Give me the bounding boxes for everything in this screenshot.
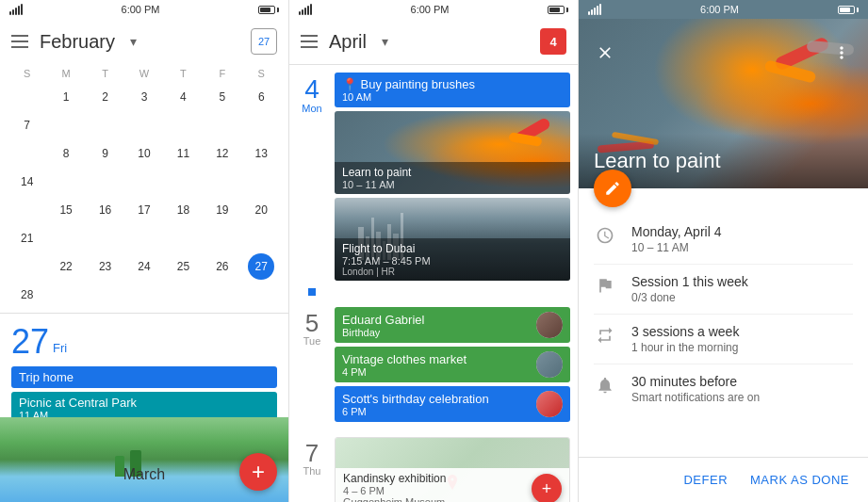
detail-row-session: Session 1 this week 0/3 done <box>594 265 853 315</box>
cal-cell[interactable]: 1 <box>53 84 79 110</box>
cal-cell[interactable]: 4 <box>170 84 196 110</box>
cal-cell[interactable] <box>14 253 41 280</box>
kandinsky-fab[interactable]: + <box>532 474 562 502</box>
more-options-button[interactable] <box>827 38 857 68</box>
event-title: Trip home <box>19 370 270 384</box>
event-picnic[interactable]: Picnic at Central Park 11 AM <box>11 392 277 417</box>
event-eduard[interactable]: Eduard Gabriel Birthday <box>335 307 570 343</box>
cal-cell[interactable]: 17 <box>131 197 157 223</box>
hamburger-menu-2[interactable] <box>301 35 318 48</box>
overlay-time: 4 – 6 PM <box>343 485 562 496</box>
cal-cell[interactable]: 12 <box>209 140 236 167</box>
cal-cell[interactable]: 22 <box>53 253 79 280</box>
cal-cell[interactable]: 13 <box>248 140 274 167</box>
signal-icon <box>9 4 23 15</box>
session-label: Session 1 this week <box>631 274 853 289</box>
cal-cell[interactable]: 18 <box>170 197 196 223</box>
april-badge[interactable]: 4 <box>540 28 566 55</box>
cal-cell[interactable]: 5 <box>209 84 236 110</box>
event-overlay: Learn to paint 10 – 11 AM <box>335 162 570 194</box>
overlay-time: 10 – 11 AM <box>342 179 563 190</box>
status-bar-1: 6:00 PM <box>0 0 288 19</box>
detail-row-repeat: 3 sessions a week 1 hour in the morning <box>594 315 853 364</box>
battery-icon-2 <box>548 6 568 14</box>
defer-button[interactable]: DEFER <box>680 465 731 494</box>
col-sun: S <box>8 64 46 83</box>
day-number: 5 <box>289 311 335 335</box>
event-time: 4 PM <box>342 366 536 378</box>
event-date: Monday, April 4 <box>631 224 853 239</box>
april-dropdown-arrow[interactable]: ▾ <box>382 34 388 49</box>
cal-cell[interactable]: 15 <box>53 197 79 223</box>
cal-cell[interactable] <box>14 84 41 110</box>
repeat-content: 3 sessions a week 1 hour in the morning <box>631 324 853 354</box>
event-title: Eduard Gabriel <box>342 313 536 327</box>
schedule-list: 4 Mon 📍 Buy painting brushes 10 AM <box>289 65 578 502</box>
hamburger-menu[interactable] <box>11 35 28 48</box>
avatar-image <box>536 312 563 338</box>
cal-week-3: 15 16 17 18 19 20 21 <box>8 196 281 252</box>
cal-cell[interactable]: 7 <box>14 112 41 138</box>
status-bar-2: 6:00 PM <box>289 0 578 19</box>
dubai-overlay: Flight to Dubai 7:15 AM – 8:45 PM London… <box>335 238 570 281</box>
close-button[interactable] <box>590 38 620 68</box>
event-title: Vintage clothes market <box>342 352 536 366</box>
clock-icon <box>594 224 616 247</box>
day-header: 27 Fri <box>11 325 277 359</box>
cal-cell[interactable]: 24 <box>131 253 157 280</box>
feb-header-left: February ▾ <box>11 31 137 53</box>
cal-cell[interactable]: 6 <box>248 84 274 110</box>
detail-row-notification: 30 minutes before Smart notifications ar… <box>594 364 853 413</box>
notification-label: 30 minutes before <box>631 374 853 389</box>
cal-cell[interactable] <box>14 197 41 223</box>
cal-cell[interactable]: 21 <box>14 225 41 251</box>
avatar-image <box>536 351 563 378</box>
event-kandinsky-2[interactable]: Kandinsky exhibition 4 – 6 PM Guggenheim… <box>335 437 570 502</box>
cal-cell[interactable]: 10 <box>131 140 157 167</box>
event-buy-brushes[interactable]: 📍 Buy painting brushes 10 AM <box>335 73 570 107</box>
overlay-sub: London | HR <box>342 267 563 277</box>
cal-cell[interactable]: 2 <box>92 84 119 110</box>
day-7-events: Kandinsky exhibition 4 – 6 PM Guggenheim… <box>335 437 578 502</box>
feb-fab[interactable]: + <box>239 453 277 491</box>
cal-today[interactable]: 27 <box>248 253 274 280</box>
event-time: 10 – 11 AM <box>631 241 853 254</box>
cal-cell[interactable]: 11 <box>170 140 196 167</box>
cal-cell[interactable]: 28 <box>14 282 41 308</box>
event-vintage[interactable]: Vintage clothes market 4 PM <box>335 347 570 382</box>
avatar-scott <box>536 391 563 417</box>
cal-weekday-header: S M T W T F S <box>8 64 281 83</box>
cal-cell[interactable]: 20 <box>248 197 274 223</box>
event-trip-home[interactable]: Trip home <box>11 366 277 388</box>
cal-cell[interactable] <box>14 140 41 167</box>
schedule-day-7: 7 Thu Kandinsky exhibition 4 – 6 PM Gugg… <box>289 429 578 502</box>
detail-footer: DEFER MARK AS DONE <box>579 457 868 502</box>
cal-cell[interactable]: 16 <box>92 197 119 223</box>
event-scott[interactable]: Scott's birthday celebration 6 PM <box>335 386 570 422</box>
feb-calendar-icon[interactable]: 27 <box>251 28 277 55</box>
status-time-2: 6:00 PM <box>411 4 450 15</box>
day-4-events: 📍 Buy painting brushes 10 AM Learn to pa… <box>335 73 578 281</box>
cal-cell[interactable]: 25 <box>170 253 196 280</box>
session-content: Session 1 this week 0/3 done <box>631 274 853 304</box>
cal-cell[interactable]: 3 <box>131 84 157 110</box>
time-content: Monday, April 4 10 – 11 AM <box>631 224 853 254</box>
march-illustration: March + <box>0 417 288 502</box>
event-flight-dubai[interactable]: Flight to Dubai 7:15 AM – 8:45 PM London… <box>335 198 570 281</box>
repeat-label: 3 sessions a week <box>631 324 853 339</box>
event-learn-paint[interactable]: Learn to paint 10 – 11 AM <box>335 111 570 194</box>
mark-as-done-button[interactable]: MARK AS DONE <box>746 465 853 494</box>
feb-dropdown-arrow[interactable]: ▾ <box>130 34 137 49</box>
cal-cell[interactable]: 23 <box>92 253 119 280</box>
cal-cell[interactable]: 8 <box>53 140 79 167</box>
cal-cell[interactable]: 9 <box>92 140 119 167</box>
event-time: 10 AM <box>342 91 563 103</box>
cal-cell[interactable]: 26 <box>209 253 236 280</box>
event-text: Scott's birthday celebration 6 PM <box>342 392 536 417</box>
status-time-1: 6:00 PM <box>122 4 160 15</box>
april-header-left: April ▾ <box>301 31 388 53</box>
cal-cell[interactable]: 14 <box>14 169 41 195</box>
event-title: Scott's birthday celebration <box>342 392 536 406</box>
cal-cell[interactable]: 19 <box>209 197 236 223</box>
edit-fab[interactable] <box>594 170 631 207</box>
